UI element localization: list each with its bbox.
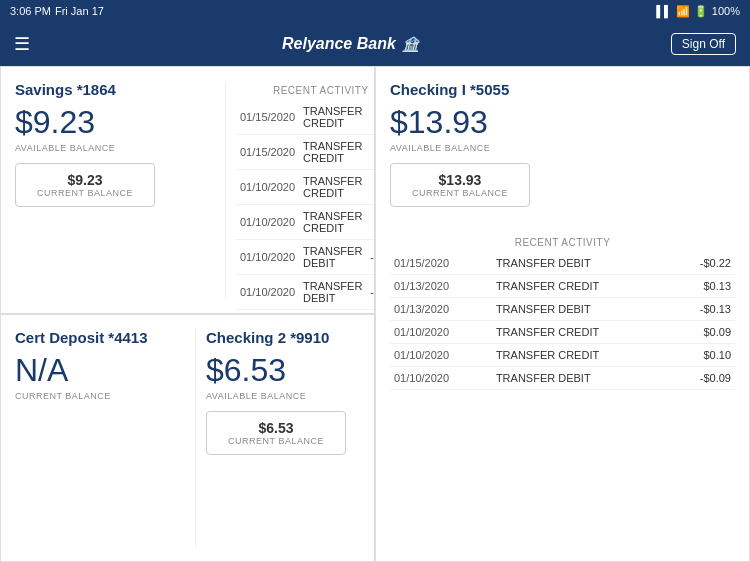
bank-name: Relyance Bank (282, 35, 396, 53)
checking-one-activity-table: 01/15/2020 TRANSFER DEBIT -$0.22 01/13/2… (390, 252, 735, 390)
tx-date: 01/10/2020 (236, 205, 299, 240)
status-bar-left: 3:06 PM Fri Jan 17 (10, 5, 104, 17)
tx-date: 01/10/2020 (236, 240, 299, 275)
savings-info: Savings *1864 $9.23 AVAILABLE BALANCE $9… (15, 81, 225, 299)
checking-one-activity: RECENT ACTIVITY 01/15/2020 TRANSFER DEBI… (390, 227, 735, 390)
cert-deposit-title: Cert Deposit *4413 (15, 329, 185, 346)
savings-activity-row: 01/10/2020 TRANSFER CREDIT $0.09 (236, 170, 375, 205)
cert-deposit-info: Cert Deposit *4413 N/A CURRENT BALANCE (15, 329, 195, 547)
cert-deposit-card: Cert Deposit *4413 N/A CURRENT BALANCE C… (0, 314, 375, 562)
savings-activity-row: 01/10/2020 TRANSFER DEBIT -$0.10 (236, 275, 375, 310)
checking-two-title: Checking 2 *9910 (206, 329, 374, 346)
tx-desc: TRANSFER CREDIT (492, 344, 672, 367)
tx-desc: TRANSFER DEBIT (299, 275, 366, 310)
cert-deposit-balance: N/A (15, 352, 185, 389)
checking-one-activity-row: 01/13/2020 TRANSFER CREDIT $0.13 (390, 275, 735, 298)
savings-available-balance: $9.23 (15, 104, 215, 141)
checking-one-activity-row: 01/15/2020 TRANSFER DEBIT -$0.22 (390, 252, 735, 275)
tx-amount: $0.10 (366, 205, 375, 240)
checking-one-current-balance-box: $13.93 CURRENT BALANCE (390, 163, 530, 207)
main-content: Savings *1864 $9.23 AVAILABLE BALANCE $9… (0, 66, 750, 562)
bank-logo-icon: 🏦 (402, 36, 419, 52)
tx-desc: TRANSFER CREDIT (299, 170, 366, 205)
checking-two-available-label: AVAILABLE BALANCE (206, 391, 374, 401)
tx-date: 01/15/2020 (236, 135, 299, 170)
tx-date: 01/10/2020 (236, 275, 299, 310)
savings-current-balance-box: $9.23 CURRENT BALANCE (15, 163, 155, 207)
checking-two-section: Checking 2 *9910 $6.53 AVAILABLE BALANCE… (195, 329, 374, 547)
checking-one-recent-label: RECENT ACTIVITY (390, 237, 735, 248)
checking-one-activity-row: 01/10/2020 TRANSFER CREDIT $0.10 (390, 344, 735, 367)
menu-icon[interactable]: ☰ (14, 33, 30, 55)
tx-date: 01/10/2020 (390, 321, 492, 344)
tx-amount: -$0.10 (366, 275, 375, 310)
tx-amount: $0.22 (366, 100, 375, 135)
tx-date: 01/10/2020 (390, 344, 492, 367)
tx-desc: TRANSFER CREDIT (492, 275, 672, 298)
battery-percent: 100% (712, 5, 740, 17)
wifi-icon: 📶 (676, 5, 690, 18)
tx-desc: TRANSFER CREDIT (299, 205, 366, 240)
tx-amount: -$0.13 (672, 298, 735, 321)
checking-one-activity-row: 01/10/2020 TRANSFER CREDIT $0.09 (390, 321, 735, 344)
bank-logo: Relyance Bank 🏦 (282, 35, 419, 53)
checking-one-title: Checking I *5055 (390, 81, 735, 98)
savings-activity-row: 01/15/2020 TRANSFER CREDIT $0.22 (236, 100, 375, 135)
savings-card: Savings *1864 $9.23 AVAILABLE BALANCE $9… (0, 66, 375, 314)
checking-two-current-amount: $6.53 (219, 420, 333, 436)
sign-out-button[interactable]: Sign Off (671, 33, 736, 55)
tx-desc: TRANSFER CREDIT (299, 135, 366, 170)
cert-deposit-balance-label: CURRENT BALANCE (15, 391, 185, 401)
tx-date: 01/15/2020 (236, 100, 299, 135)
savings-activity-row: 01/10/2020 TRANSFER CREDIT $0.10 (236, 205, 375, 240)
checking-two-available-balance: $6.53 (206, 352, 374, 389)
battery-icon: 🔋 (694, 5, 708, 18)
savings-recent-label: RECENT ACTIVITY (236, 85, 375, 96)
tx-amount: $0.09 (672, 321, 735, 344)
tx-amount: $0.10 (672, 344, 735, 367)
tx-desc: TRANSFER DEBIT (492, 298, 672, 321)
checking-one-available-balance: $13.93 (390, 104, 735, 141)
checking-one-available-label: AVAILABLE BALANCE (390, 143, 735, 153)
tx-date: 01/10/2020 (390, 367, 492, 390)
checking-one-activity-row: 01/13/2020 TRANSFER DEBIT -$0.13 (390, 298, 735, 321)
date-display: Fri Jan 17 (55, 5, 104, 17)
tx-desc: TRANSFER DEBIT (299, 240, 366, 275)
header: ☰ Relyance Bank 🏦 Sign Off (0, 22, 750, 66)
tx-date: 01/10/2020 (236, 170, 299, 205)
tx-amount: $0.09 (366, 170, 375, 205)
tx-date: 01/13/2020 (390, 298, 492, 321)
savings-activity-row: 01/15/2020 TRANSFER CREDIT $1.00 (236, 135, 375, 170)
checking-two-current-label: CURRENT BALANCE (219, 436, 333, 446)
checking-one-card: Checking I *5055 $13.93 AVAILABLE BALANC… (375, 66, 750, 562)
checking-one-current-label: CURRENT BALANCE (403, 188, 517, 198)
tx-amount: $0.13 (672, 275, 735, 298)
tx-desc: TRANSFER CREDIT (299, 100, 366, 135)
checking-one-current-amount: $13.93 (403, 172, 517, 188)
tx-date: 01/13/2020 (390, 275, 492, 298)
tx-amount: $1.00 (366, 135, 375, 170)
savings-activity: RECENT ACTIVITY 01/15/2020 TRANSFER CRED… (225, 81, 375, 299)
status-bar-right: ▌▌ 📶 🔋 100% (656, 5, 740, 18)
tx-desc: TRANSFER CREDIT (492, 321, 672, 344)
savings-available-label: AVAILABLE BALANCE (15, 143, 215, 153)
tx-amount: -$0.22 (672, 252, 735, 275)
time-display: 3:06 PM (10, 5, 51, 17)
checking-one-info: Checking I *5055 $13.93 AVAILABLE BALANC… (390, 81, 735, 227)
signal-icon: ▌▌ (656, 5, 672, 17)
tx-amount: -$0.09 (366, 240, 375, 275)
tx-desc: TRANSFER DEBIT (492, 252, 672, 275)
savings-activity-table: 01/15/2020 TRANSFER CREDIT $0.22 01/15/2… (236, 100, 375, 310)
savings-activity-row: 01/10/2020 TRANSFER DEBIT -$0.09 (236, 240, 375, 275)
savings-title: Savings *1864 (15, 81, 215, 98)
checking-one-activity-row: 01/10/2020 TRANSFER DEBIT -$0.09 (390, 367, 735, 390)
status-bar: 3:06 PM Fri Jan 17 ▌▌ 📶 🔋 100% (0, 0, 750, 22)
savings-current-amount: $9.23 (28, 172, 142, 188)
tx-desc: TRANSFER DEBIT (492, 367, 672, 390)
tx-date: 01/15/2020 (390, 252, 492, 275)
savings-current-label: CURRENT BALANCE (28, 188, 142, 198)
tx-amount: -$0.09 (672, 367, 735, 390)
checking-two-current-balance-box: $6.53 CURRENT BALANCE (206, 411, 346, 455)
